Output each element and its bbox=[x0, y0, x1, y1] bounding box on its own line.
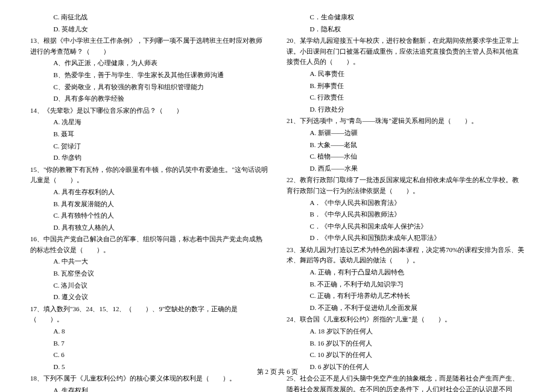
q21-option-c: C. 植物——水仙 bbox=[287, 151, 525, 162]
q22-option-c: C．《中华人民共和国未成年人保护法》 bbox=[287, 221, 525, 232]
q20-option-c: C. 行政责任 bbox=[287, 92, 525, 103]
q24-text: 24、联合国《儿童权利公约》所指的"儿童"是（ ）。 bbox=[287, 315, 451, 323]
q23-option-d: D. 不正确，不利于促进幼儿全面发展 bbox=[287, 303, 525, 314]
q13-text: 13、根据《中小学班主任工作条例》，下列哪一项不属于选聘班主任时应对教师进行的考… bbox=[30, 37, 262, 55]
q24-option-a: A. 18 岁以下的任何人 bbox=[287, 326, 525, 337]
q21-option-a: A. 新疆——边疆 bbox=[287, 128, 525, 139]
q23-text: 23、某幼儿园为打造以艺术为特色的园本课程，决定将70%的课程安排为音乐、美术、… bbox=[287, 246, 524, 264]
q17-option-a: A. 8 bbox=[30, 326, 268, 337]
q16-option-b: B. 瓦窑堡会议 bbox=[30, 268, 268, 279]
q18-text: 18、下列不属于《儿童权利公约》的核心要义体现的权利是（ ）。 bbox=[30, 375, 236, 382]
q22-option-d: D．《中华人民共和国预防未成年人犯罪法》 bbox=[287, 233, 525, 244]
q12-option-d: D. 英雄儿女 bbox=[30, 24, 268, 35]
q21-option-b: B. 大象——老鼠 bbox=[287, 140, 525, 151]
q14-option-a: A. 冼星海 bbox=[30, 117, 268, 128]
q16-option-d: D. 遵义会议 bbox=[30, 292, 268, 303]
q20-option-a: A. 民事责任 bbox=[287, 69, 525, 80]
q23-option-a: A. 正确，有利于凸显幼儿园特色 bbox=[287, 267, 525, 278]
q19-option-c: C．生命健康权 bbox=[287, 12, 525, 23]
q17-option-d: D. 5 bbox=[30, 362, 268, 373]
q14-option-d: D. 华彦钧 bbox=[30, 153, 268, 163]
q23-option-b: B. 不正确，不利于幼儿知识学习 bbox=[287, 279, 525, 290]
q21-text: 21、下列选项中，与"青岛——珠海"逻辑关系相同的是（ ）。 bbox=[287, 117, 478, 124]
q15-option-c: C. 具有独特个性的人 bbox=[30, 210, 268, 221]
q24-option-d: D. 6 岁以下的任何人 bbox=[287, 362, 525, 373]
q17-option-b: B. 7 bbox=[30, 338, 268, 349]
q17-option-c: C. 6 bbox=[30, 350, 268, 361]
q13-option-c: C、爱岗敬业，具有较强的教育引导和组织管理能力 bbox=[30, 82, 268, 93]
q16-option-c: C. 洛川会议 bbox=[30, 280, 268, 291]
q14-option-b: B. 聂耳 bbox=[30, 129, 268, 140]
left-column: C. 南征北战 D. 英雄儿女 13、根据《中小学班主任工作条例》，下列哪一项不… bbox=[30, 12, 268, 362]
q12-option-c: C. 南征北战 bbox=[30, 12, 268, 23]
q21-option-d: D. 西瓜——水果 bbox=[287, 163, 525, 174]
right-column: C．生命健康权 D．隐私权 20、某学幼儿园迎接五十年校庆，进行校舍翻新，在此期… bbox=[287, 12, 525, 362]
q15-option-a: A. 具有生存权利的人 bbox=[30, 187, 268, 198]
q13-option-d: D、具有多年的教学经验 bbox=[30, 93, 268, 104]
q15-option-b: B. 具有发展潜能的人 bbox=[30, 199, 268, 210]
q18-option-a: A. 生存权利 bbox=[30, 385, 268, 392]
q24-option-b: B. 16 岁以下的任何人 bbox=[287, 338, 525, 349]
q14-text: 14、《先辈歌》是以下哪位音乐家的作品？（ ） bbox=[30, 107, 183, 114]
q24-option-c: C. 10 岁以下的任何人 bbox=[287, 350, 525, 361]
q22-option-a: A．《中华人民共和国教育法》 bbox=[287, 198, 525, 209]
q22-option-b: B．《中华人民共和国教师法》 bbox=[287, 209, 525, 220]
q14-option-c: C. 贺绿汀 bbox=[30, 141, 268, 152]
q20-option-b: B. 刑事责任 bbox=[287, 81, 525, 92]
q13-option-a: A、作风正派，心理健康，为人师表 bbox=[30, 58, 268, 69]
q17-text: 17、填入数列"36、24、15、12、（ ）、9"空缺处的数字，正确的是（ ）… bbox=[30, 305, 238, 323]
q15-text: 15、"你的教鞭下有瓦特，你的冷眼里有牛顿，你的讥笑中有爱迪生。"这句话说明儿童… bbox=[30, 166, 268, 184]
q25-text: 25、社会公正不是人们头脑中凭空产生的抽象概念，而是随着社会产生而产生、随着社会… bbox=[287, 375, 522, 392]
q20-text: 20、某学幼儿园迎接五十年校庆，进行校舍翻新，在此期间依然要求学生正常上课。小田… bbox=[287, 37, 519, 65]
q23-option-c: C. 正确，有利于培养幼儿艺术特长 bbox=[287, 291, 525, 302]
q22-text: 22、教育行政部门取缔了一批违反国家规定私自招收未成年学生的私立学校。教育行政部… bbox=[287, 176, 519, 194]
q20-option-d: D. 行政处分 bbox=[287, 104, 525, 115]
q16-option-a: A. 中共一大 bbox=[30, 256, 268, 267]
q19-option-d: D．隐私权 bbox=[287, 24, 525, 35]
q13-option-b: B、热爱学生，善于与学生、学生家长及其他任课教师沟通 bbox=[30, 70, 268, 81]
q15-option-d: D. 具有独立人格的人 bbox=[30, 223, 268, 233]
q16-text: 16、中国共产党自己解决自己的军事、组织等问题，标志着中国共产党走向成熟的标志性… bbox=[30, 235, 262, 253]
